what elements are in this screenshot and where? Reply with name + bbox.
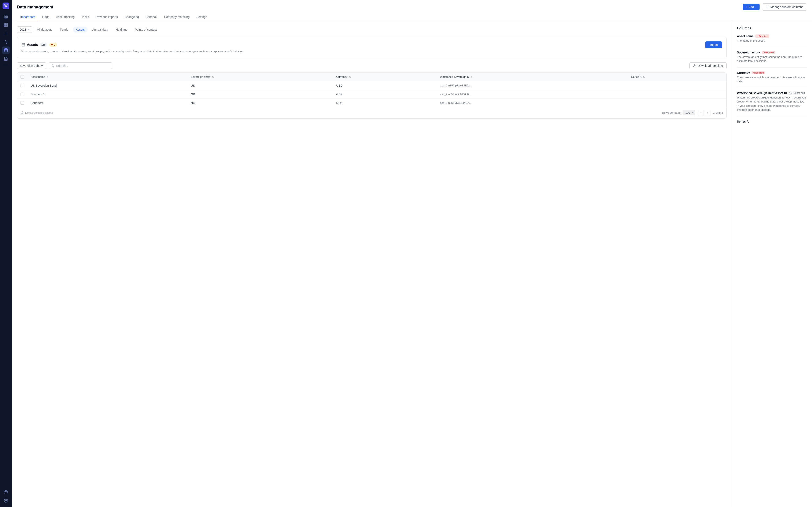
required-badge-asset-name: * Required <box>755 35 769 38</box>
column-item-currency: Currency * Required The currency in whic… <box>737 71 807 83</box>
header-actions: + Add... Manage custom columns <box>743 3 807 11</box>
import-button[interactable]: Import <box>705 42 722 48</box>
main-content: Data management + Add... Manage custom c… <box>12 0 812 507</box>
asset-count-badge: 168 <box>40 43 47 47</box>
col-header-asset-name[interactable]: Asset name ⇅ <box>27 73 187 81</box>
row-currency-2: NOK <box>333 99 436 107</box>
svg-line-24 <box>54 66 54 67</box>
col-header-series-a[interactable]: Series A ⇅ <box>628 73 726 81</box>
svg-point-12 <box>5 500 7 501</box>
row-sovereign-entity-1: GB <box>187 90 333 99</box>
tab-settings[interactable]: Settings <box>193 13 211 21</box>
settings-icon[interactable] <box>2 497 10 504</box>
filter-tab-all-datasets[interactable]: All datasets <box>34 26 55 33</box>
row-checkbox-0[interactable] <box>20 84 24 87</box>
column-desc-sovereign-entity: The sovereign entity that issued the deb… <box>737 55 807 63</box>
columns-panel: Columns Asset name * Required The name o… <box>732 21 812 507</box>
table-header-row: Asset name ⇅ Sovereign entity ⇅ Currency… <box>17 73 726 81</box>
svg-rect-1 <box>6 23 8 25</box>
filter-tab-assets[interactable]: Assets <box>73 26 88 33</box>
tab-changelog[interactable]: Changelog <box>121 13 142 21</box>
header-top: Data management + Add... Manage custom c… <box>17 3 807 11</box>
column-desc-watershed-id: Watershed creates unique identifiers for… <box>737 96 807 112</box>
sort-icon-watershed-id: ⇅ <box>471 76 472 78</box>
chart-icon[interactable] <box>2 30 10 37</box>
select-all-checkbox[interactable] <box>20 75 24 78</box>
column-item-watershed-id: Watershed Sovereign Debt Asset ID Do not… <box>737 91 807 112</box>
content-area: 2023 All datasets Funds Assets Annual da… <box>12 21 812 507</box>
chevron-down-icon <box>27 28 30 31</box>
delete-selected-button[interactable]: Delete selected assets <box>20 111 53 115</box>
year-selector[interactable]: 2023 <box>17 26 32 33</box>
app-logo[interactable]: W <box>3 3 9 9</box>
tab-asset-tracking[interactable]: Asset tracking <box>53 13 78 21</box>
download-template-button[interactable]: Download template <box>689 62 726 69</box>
row-watershed-id-2: asb_2m85TMCSSaYBn... <box>437 99 628 107</box>
column-name-series-a: Series A <box>737 120 749 123</box>
filter-tab-points-of-contact[interactable]: Points of contact <box>132 26 160 33</box>
page-header: Data management + Add... Manage custom c… <box>12 0 812 21</box>
page-nav <box>698 110 710 116</box>
assets-chart-icon <box>21 43 25 47</box>
search-icon <box>51 64 55 67</box>
column-item-series-a: Series A <box>737 120 807 123</box>
dashboard-icon[interactable] <box>2 21 10 29</box>
svg-text:*: * <box>757 35 757 37</box>
column-item-header-asset-name: Asset name * Required <box>737 35 807 38</box>
rows-per-page-label: Rows per page: <box>662 111 681 114</box>
table-controls: Sovereign debt Download template <box>17 62 726 69</box>
table-row: US Sovereign Bond US USD asb_2m85TtpRsoE… <box>17 81 726 90</box>
sort-icon-series-a: ⇅ <box>643 76 645 78</box>
manage-columns-label: Manage custom columns <box>770 5 803 9</box>
next-page-button[interactable] <box>705 110 710 116</box>
trash-icon <box>20 111 24 115</box>
filter-tab-funds[interactable]: Funds <box>57 26 71 33</box>
tab-flags[interactable]: Flags <box>39 13 53 21</box>
col-header-currency[interactable]: Currency ⇅ <box>333 73 436 81</box>
col-header-watershed-id[interactable]: Watershed Sovereign D ⇅ <box>437 73 628 81</box>
row-checkbox-1[interactable] <box>20 93 24 96</box>
home-icon[interactable] <box>2 13 10 20</box>
search-box[interactable] <box>49 62 112 69</box>
row-series-a-2 <box>628 99 726 107</box>
asterisk-icon: * <box>757 35 758 37</box>
reports-icon[interactable] <box>2 55 10 63</box>
add-button[interactable]: + Add... <box>743 4 760 10</box>
help-icon[interactable] <box>2 489 10 496</box>
do-not-edit-badge: Do not edit <box>789 92 805 95</box>
row-checkbox-2[interactable] <box>20 101 24 105</box>
asset-card-header: Assets 168 2 Import <box>21 42 722 48</box>
column-desc-currency: The currency in which you provided this … <box>737 75 807 83</box>
analytics-icon[interactable] <box>2 38 10 46</box>
tab-import-data[interactable]: Import data <box>17 13 39 21</box>
tab-tasks[interactable]: Tasks <box>78 13 93 21</box>
tab-company-matching[interactable]: Company matching <box>161 13 193 21</box>
filter-tab-holdings[interactable]: Holdings <box>113 26 130 33</box>
sidebar-bottom <box>2 489 10 504</box>
left-panel: 2023 All datasets Funds Assets Annual da… <box>12 21 732 507</box>
column-name-sovereign-entity: Sovereign entity <box>737 51 760 54</box>
row-watershed-id-1: asb_2m85TtnDH2D6c6... <box>437 90 628 99</box>
year-value: 2023 <box>20 28 26 31</box>
page-info: 1–3 of 3 <box>713 111 723 114</box>
row-checkbox-cell <box>17 81 27 90</box>
row-sovereign-entity-2: NO <box>187 99 333 107</box>
manage-columns-button[interactable]: Manage custom columns <box>762 3 807 11</box>
lock-icon <box>789 92 792 95</box>
rows-per-page-select[interactable]: 100 50 25 <box>683 110 695 115</box>
col-header-sovereign-entity[interactable]: Sovereign entity ⇅ <box>187 73 333 81</box>
filter-dropdown[interactable]: Sovereign debt <box>17 62 46 69</box>
tab-previous-imports[interactable]: Previous imports <box>93 13 121 21</box>
table-row: Sov debt 1 GB GBP asb_2m85TtnDH2D6c6... <box>17 90 726 99</box>
column-name-watershed-id: Watershed Sovereign Debt Asset ID <box>737 91 787 95</box>
prev-page-button[interactable] <box>698 110 704 116</box>
sort-icon-sovereign-entity: ⇅ <box>212 76 214 78</box>
row-asset-name-0: US Sovereign Bond <box>27 81 187 90</box>
column-item-header-sovereign-entity: Sovereign entity * Required <box>737 51 807 54</box>
search-input[interactable] <box>56 64 109 67</box>
required-badge-currency: * Required <box>752 71 765 74</box>
tab-sandbox[interactable]: Sandbox <box>142 13 161 21</box>
column-item-header-series-a: Series A <box>737 120 807 123</box>
filter-tab-annual-data[interactable]: Annual data <box>89 26 111 33</box>
data-management-icon[interactable] <box>2 47 10 54</box>
